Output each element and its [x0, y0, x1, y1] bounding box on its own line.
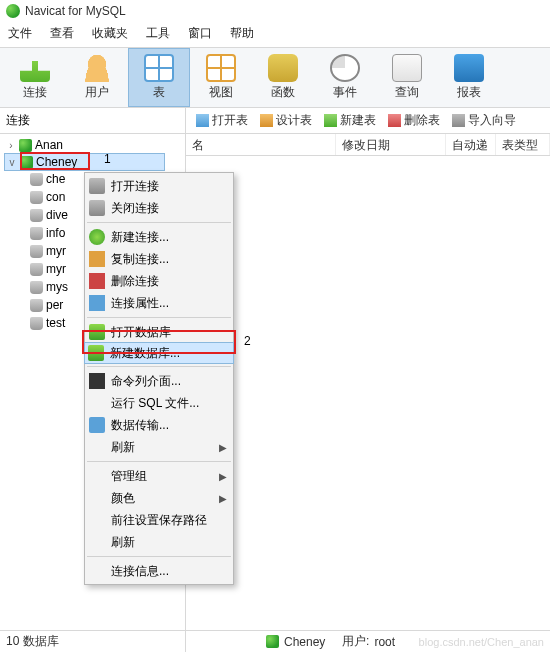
menu-file[interactable]: 文件: [8, 25, 32, 42]
annotation-box-1: [20, 152, 90, 170]
open-table-action-icon: [196, 114, 209, 127]
annotation-box-2: [82, 330, 236, 354]
import-wizard-action[interactable]: 导入向导: [452, 112, 516, 129]
column-autoincrement[interactable]: 自动递: [446, 134, 496, 155]
database-icon: [30, 191, 43, 204]
view-button[interactable]: 视图: [190, 48, 252, 107]
title-bar: Navicat for MySQL: [0, 0, 550, 22]
tree-db-8-label: test: [46, 316, 65, 330]
cm-goto-settings-path-icon: [89, 512, 105, 528]
cm-refresh2-icon: [89, 534, 105, 550]
cm-manage-group[interactable]: 管理组 ▶: [85, 465, 233, 487]
tree-anan-expander[interactable]: ›: [6, 140, 16, 151]
database-icon: [30, 263, 43, 276]
context-menu-separator: [87, 317, 231, 318]
cm-color-icon: [89, 490, 105, 506]
cm-goto-settings-path-label: 前往设置保存路径: [111, 512, 227, 529]
view-button-label: 视图: [209, 84, 233, 101]
tree-db-6-label: mys: [46, 280, 68, 294]
column-name[interactable]: 名: [186, 134, 336, 155]
table-button-icon: [144, 54, 174, 82]
tree-db-1-label: con: [46, 190, 65, 204]
database-icon: [30, 227, 43, 240]
event-button-icon: [330, 54, 360, 82]
context-menu-separator: [87, 556, 231, 557]
design-table-action-icon: [260, 114, 273, 127]
cm-connection-info-label: 连接信息...: [111, 563, 227, 580]
submenu-arrow-icon: ▶: [219, 471, 227, 482]
function-button[interactable]: 函数: [252, 48, 314, 107]
database-icon: [30, 209, 43, 222]
menu-window[interactable]: 窗口: [188, 25, 212, 42]
cm-new-connection-label: 新建连接...: [111, 229, 227, 246]
status-bar: 10 数据库 Cheney 用户: root: [0, 630, 550, 652]
submenu-arrow-icon: ▶: [219, 493, 227, 504]
connection-context-menu[interactable]: 打开连接 关闭连接 新建连接... 复制连接... 删除连接 连接属性... 打…: [84, 172, 234, 585]
cm-connection-info[interactable]: 连接信息...: [85, 560, 233, 582]
cm-command-line[interactable]: 命令列介面...: [85, 370, 233, 392]
status-user-value: root: [374, 635, 395, 649]
new-table-action[interactable]: 新建表: [324, 112, 376, 129]
database-icon: [30, 245, 43, 258]
menu-help[interactable]: 帮助: [230, 25, 254, 42]
column-header-row: 名 修改日期 自动递 表类型: [186, 134, 550, 156]
column-modified[interactable]: 修改日期: [336, 134, 446, 155]
tree-db-0-label: che: [46, 172, 65, 186]
context-menu-separator: [87, 461, 231, 462]
user-button-label: 用户: [85, 84, 109, 101]
status-connection-name: Cheney: [284, 635, 325, 649]
query-button[interactable]: 查询: [376, 48, 438, 107]
event-button[interactable]: 事件: [314, 48, 376, 107]
cm-close-connection-icon: [89, 200, 105, 216]
tree-cheney-expander[interactable]: v: [7, 157, 17, 168]
cm-open-connection-label: 打开连接: [111, 178, 227, 195]
open-table-action[interactable]: 打开表: [196, 112, 248, 129]
delete-table-action[interactable]: 删除表: [388, 112, 440, 129]
table-button-label: 表: [153, 84, 165, 101]
user-button[interactable]: 用户: [66, 48, 128, 107]
cm-refresh[interactable]: 刷新 ▶: [85, 436, 233, 458]
app-icon: [6, 4, 20, 18]
connection-button[interactable]: 连接: [4, 48, 66, 107]
cm-copy-connection[interactable]: 复制连接...: [85, 248, 233, 270]
cm-open-connection[interactable]: 打开连接: [85, 175, 233, 197]
cm-data-transfer[interactable]: 数据传输...: [85, 414, 233, 436]
tree-db-2-label: dive: [46, 208, 68, 222]
new-table-action-label: 新建表: [340, 112, 376, 129]
database-icon: [30, 281, 43, 294]
cm-refresh2[interactable]: 刷新: [85, 531, 233, 553]
design-table-action-label: 设计表: [276, 112, 312, 129]
menu-view[interactable]: 查看: [50, 25, 74, 42]
table-button[interactable]: 表: [128, 48, 190, 107]
connection-icon: [19, 139, 32, 152]
status-user-label: 用户:: [342, 633, 369, 650]
cm-connection-properties[interactable]: 连接属性...: [85, 292, 233, 314]
cm-color[interactable]: 颜色 ▶: [85, 487, 233, 509]
cm-data-transfer-icon: [89, 417, 105, 433]
tree-anan-label: Anan: [35, 138, 63, 152]
column-tabletype[interactable]: 表类型: [496, 134, 550, 155]
cm-run-sql-file[interactable]: 运行 SQL 文件...: [85, 392, 233, 414]
cm-connection-info-icon: [89, 563, 105, 579]
connection-pane-title: 连接: [6, 112, 30, 129]
tree-db-4-label: myr: [46, 244, 66, 258]
delete-table-action-icon: [388, 114, 401, 127]
cm-close-connection[interactable]: 关闭连接: [85, 197, 233, 219]
report-button[interactable]: 报表: [438, 48, 500, 107]
cm-goto-settings-path[interactable]: 前往设置保存路径: [85, 509, 233, 531]
delete-table-action-label: 删除表: [404, 112, 440, 129]
context-menu-separator: [87, 222, 231, 223]
menu-tools[interactable]: 工具: [146, 25, 170, 42]
cm-data-transfer-label: 数据传输...: [111, 417, 227, 434]
workspace: 1 › Ananv Cheney che con dive info myr m…: [0, 134, 550, 644]
cm-new-connection[interactable]: 新建连接...: [85, 226, 233, 248]
connection-bar: 连接 打开表设计表新建表删除表导入向导: [0, 108, 550, 134]
design-table-action[interactable]: 设计表: [260, 112, 312, 129]
event-button-label: 事件: [333, 84, 357, 101]
menu-favorites[interactable]: 收藏夹: [92, 25, 128, 42]
object-list-pane: 名 修改日期 自动递 表类型: [186, 134, 550, 644]
new-table-action-icon: [324, 114, 337, 127]
function-button-icon: [268, 54, 298, 82]
cm-delete-connection[interactable]: 删除连接: [85, 270, 233, 292]
connection-button-icon: [20, 54, 50, 82]
